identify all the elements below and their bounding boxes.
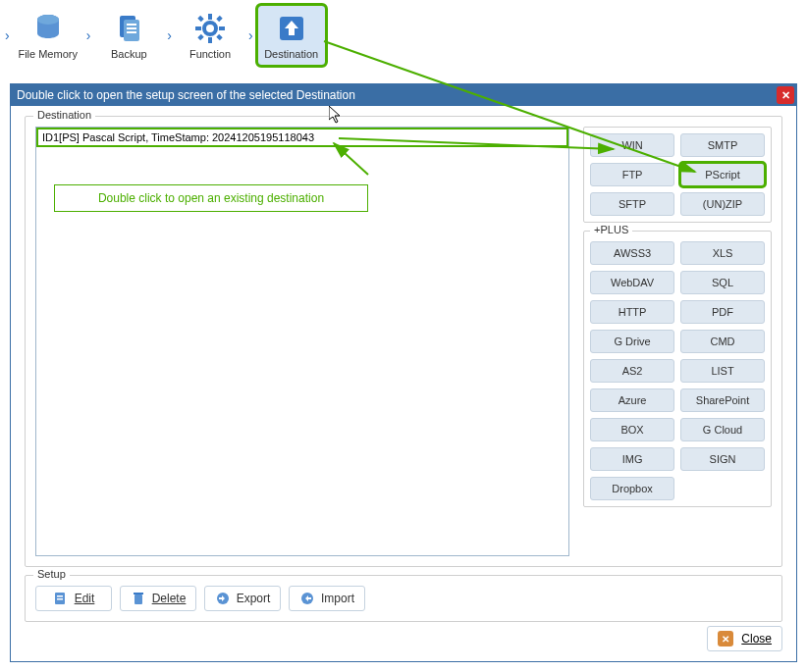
close-icon: ✕ (718, 631, 733, 646)
dialog-title: Double click to open the setup screen of… (17, 88, 355, 102)
toolbar-label: Destination (264, 48, 318, 60)
chevron-right-icon: › (167, 27, 172, 43)
dest-type-webdav[interactable]: WebDAV (590, 271, 674, 294)
svg-rect-11 (219, 26, 225, 30)
svg-point-7 (204, 23, 216, 34)
dest-type-gcloud[interactable]: G Cloud (680, 418, 765, 441)
upload-icon (274, 11, 309, 46)
edit-button[interactable]: Edit (35, 586, 112, 611)
delete-label: Delete (152, 592, 187, 605)
top-toolbar: › File Memory › Backup › Function › Dest… (0, 0, 807, 66)
plus-legend: +PLUS (590, 224, 632, 235)
export-label: Export (237, 592, 271, 605)
trash-icon (131, 591, 146, 606)
toolbar-label: Function (189, 48, 231, 60)
toolbar-backup[interactable]: Backup (94, 5, 163, 66)
import-label: Import (321, 592, 354, 605)
dest-type-img[interactable]: IMG (590, 447, 674, 471)
svg-rect-4 (127, 24, 136, 26)
dest-type-awss3[interactable]: AWSS3 (590, 241, 674, 265)
destination-type-grid-top: WIN SMTP FTP PScript SFTP (UN)ZIP (583, 127, 772, 223)
svg-rect-6 (127, 31, 136, 33)
titlebar-close-button[interactable]: ✕ (777, 86, 794, 104)
dest-type-smtp[interactable]: SMTP (680, 133, 765, 157)
edit-label: Edit (75, 592, 95, 605)
svg-rect-15 (197, 34, 203, 40)
toolbar-label: Backup (111, 48, 147, 60)
destination-item[interactable]: ID1[PS] Pascal Script, TimeStamp: 202412… (37, 129, 567, 146)
delete-button[interactable]: Delete (120, 586, 196, 611)
svg-rect-13 (216, 34, 222, 40)
destination-dialog: Double click to open the setup screen of… (10, 83, 797, 662)
dest-type-cmd[interactable]: CMD (680, 330, 765, 353)
dest-type-sftp[interactable]: SFTP (590, 192, 674, 216)
destination-type-grid-plus: +PLUS AWSS3 XLS WebDAV SQL HTTP PDF G Dr… (583, 231, 772, 507)
close-button[interactable]: ✕ Close (707, 626, 782, 651)
dest-type-sharepoint[interactable]: SharePoint (680, 388, 765, 412)
dest-type-as2[interactable]: AS2 (590, 359, 674, 383)
svg-point-1 (37, 15, 59, 25)
dest-type-pscript[interactable]: PScript (680, 163, 765, 186)
dest-type-sign[interactable]: SIGN (680, 447, 765, 471)
setup-legend: Setup (33, 568, 70, 580)
dest-type-gdrive[interactable]: G Drive (590, 330, 674, 353)
dest-type-unzip[interactable]: (UN)ZIP (680, 192, 765, 216)
svg-rect-14 (216, 16, 222, 22)
dest-type-box[interactable]: BOX (590, 418, 674, 441)
svg-rect-3 (124, 20, 139, 41)
dest-type-http[interactable]: HTTP (590, 300, 674, 324)
dest-type-azure[interactable]: Azure (590, 388, 674, 412)
hint-callout: Double click to open an existing destina… (54, 184, 368, 212)
import-button[interactable]: Import (289, 586, 365, 611)
dest-type-list[interactable]: LIST (680, 359, 765, 383)
destination-type-panel: WIN SMTP FTP PScript SFTP (UN)ZIP +PLUS … (583, 127, 772, 507)
chevron-right-icon: › (248, 27, 253, 43)
svg-rect-5 (127, 27, 136, 29)
svg-rect-9 (208, 37, 212, 43)
dest-type-dropbox[interactable]: Dropbox (590, 477, 674, 500)
svg-rect-8 (208, 14, 212, 20)
svg-rect-18 (57, 595, 63, 597)
edit-icon (53, 591, 69, 606)
close-label: Close (741, 632, 772, 646)
dest-type-xls[interactable]: XLS (680, 241, 765, 265)
export-icon (215, 591, 231, 606)
svg-rect-10 (195, 26, 201, 30)
svg-rect-20 (134, 594, 142, 604)
import-icon (299, 591, 315, 606)
chevron-right-icon: › (86, 27, 91, 43)
dest-type-win[interactable]: WIN (590, 133, 674, 157)
toolbar-function[interactable]: Function (176, 5, 244, 66)
dest-type-ftp[interactable]: FTP (590, 163, 674, 186)
destination-legend: Destination (33, 109, 95, 121)
dialog-titlebar: Double click to open the setup screen of… (11, 84, 796, 106)
chevron-right-icon: › (5, 27, 10, 43)
dest-type-pdf[interactable]: PDF (680, 300, 765, 324)
toolbar-file-memory[interactable]: File Memory (14, 5, 82, 66)
svg-rect-12 (197, 16, 203, 22)
svg-rect-21 (134, 593, 143, 594)
database-icon (30, 11, 66, 46)
gear-icon (192, 11, 228, 46)
destination-fieldset: Destination ID1[PS] Pascal Script, TimeS… (25, 116, 782, 567)
toolbar-label: File Memory (18, 48, 78, 60)
document-copy-icon (111, 11, 146, 46)
toolbar-destination[interactable]: Destination (257, 5, 326, 66)
dest-type-sql[interactable]: SQL (680, 271, 765, 294)
svg-rect-19 (57, 598, 63, 600)
export-button[interactable]: Export (204, 586, 281, 611)
setup-fieldset: Setup Edit Delete (25, 575, 782, 622)
